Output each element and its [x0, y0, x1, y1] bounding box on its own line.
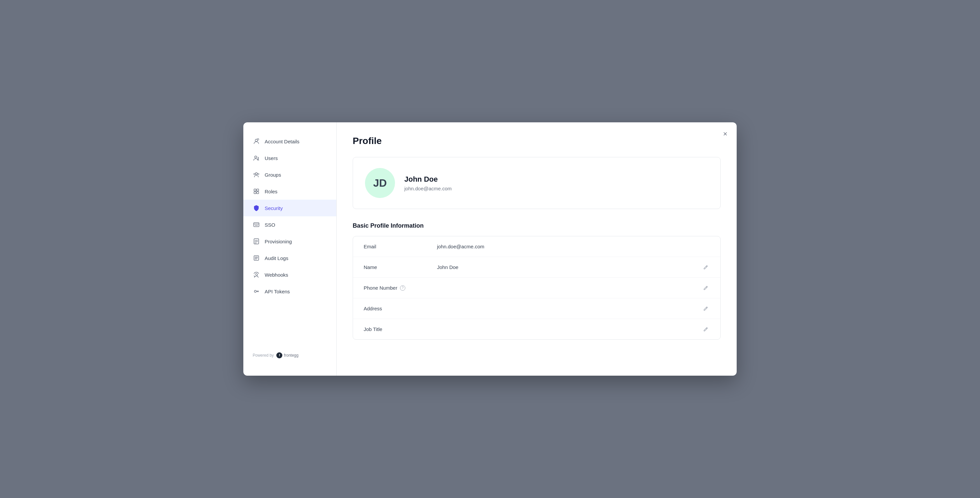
svg-point-4: [254, 173, 255, 175]
sidebar-item-security[interactable]: Security: [243, 200, 336, 216]
sidebar-item-api-tokens[interactable]: API Tokens: [243, 283, 336, 300]
frontegg-logo-icon: f: [276, 352, 282, 358]
sidebar-item-sso[interactable]: SSO: [243, 216, 336, 233]
table-row: Address: [353, 298, 720, 319]
account-details-icon: [253, 138, 260, 145]
profile-name: John Doe: [404, 175, 452, 184]
security-icon: [253, 204, 260, 212]
sidebar-item-account-details[interactable]: Account Details: [243, 133, 336, 150]
field-label-name: Name: [364, 264, 437, 270]
groups-icon: [253, 171, 260, 178]
main-content: Profile JD John Doe john.doe@acme.com Ba…: [337, 123, 737, 375]
edit-phone-button[interactable]: [702, 284, 710, 292]
avatar: JD: [365, 168, 395, 198]
sidebar-item-roles[interactable]: Roles: [243, 183, 336, 200]
table-row: Job Title: [353, 319, 720, 339]
roles-icon: [253, 188, 260, 195]
webhooks-icon: [253, 271, 260, 278]
svg-rect-9: [257, 192, 259, 194]
modal-overlay: × Account Details: [0, 0, 980, 498]
sidebar-item-account-details-label: Account Details: [265, 138, 299, 144]
sidebar-item-security-label: Security: [265, 205, 283, 211]
close-button[interactable]: ×: [720, 129, 730, 139]
phone-help-icon[interactable]: ?: [400, 285, 405, 291]
sidebar-item-sso-label: SSO: [265, 222, 275, 228]
svg-point-2: [255, 156, 257, 158]
svg-point-13: [255, 290, 256, 292]
audit-logs-icon: [253, 255, 260, 262]
modal: × Account Details: [243, 123, 737, 375]
svg-point-3: [255, 173, 257, 175]
edit-address-button[interactable]: [702, 305, 710, 313]
sidebar-item-api-tokens-label: API Tokens: [265, 289, 290, 294]
users-icon: [253, 154, 260, 162]
table-row: Phone Number ?: [353, 278, 720, 298]
profile-email: john.doe@acme.com: [404, 186, 452, 191]
svg-point-1: [257, 138, 259, 140]
sidebar-item-roles-label: Roles: [265, 189, 277, 194]
sidebar-item-users-label: Users: [265, 155, 278, 161]
svg-rect-8: [254, 192, 256, 194]
field-label-email: Email: [364, 243, 437, 249]
sidebar-item-audit-logs-label: Audit Logs: [265, 255, 288, 261]
sidebar-item-groups-label: Groups: [265, 172, 281, 178]
sidebar-item-webhooks[interactable]: Webhooks: [243, 266, 336, 283]
profile-info: John Doe john.doe@acme.com: [404, 175, 452, 191]
field-value-name: John Doe: [437, 264, 710, 270]
field-label-address: Address: [364, 305, 437, 311]
sidebar-item-provisioning[interactable]: Provisioning: [243, 233, 336, 250]
table-row: Email john.doe@acme.com: [353, 236, 720, 257]
table-row: Name John Doe: [353, 257, 720, 278]
powered-by-text: Powered by: [253, 353, 274, 358]
edit-job-title-button[interactable]: [702, 325, 710, 333]
edit-name-button[interactable]: [702, 263, 710, 271]
page-title: Profile: [353, 136, 721, 146]
sidebar-item-provisioning-label: Provisioning: [265, 239, 292, 244]
sidebar: Account Details Users: [243, 123, 337, 375]
svg-rect-6: [254, 189, 256, 191]
profile-card: JD John Doe john.doe@acme.com: [353, 157, 721, 209]
frontegg-brand-name: frontegg: [284, 353, 298, 358]
sidebar-item-webhooks-label: Webhooks: [265, 272, 288, 278]
svg-rect-10: [254, 223, 259, 227]
frontegg-logo: f frontegg: [276, 352, 298, 358]
section-title: Basic Profile Information: [353, 222, 721, 229]
sidebar-item-audit-logs[interactable]: Audit Logs: [243, 250, 336, 266]
sidebar-footer: Powered by f frontegg: [243, 346, 336, 365]
field-value-email: john.doe@acme.com: [437, 243, 710, 249]
field-label-job-title: Job Title: [364, 326, 437, 332]
provisioning-icon: [253, 238, 260, 245]
sidebar-item-users[interactable]: Users: [243, 150, 336, 166]
sidebar-item-groups[interactable]: Groups: [243, 166, 336, 183]
field-label-phone: Phone Number ?: [364, 285, 437, 291]
info-table: Email john.doe@acme.com Name John Doe: [353, 236, 721, 340]
svg-point-5: [258, 173, 259, 175]
sso-icon: [253, 221, 260, 228]
api-tokens-icon: [253, 288, 260, 295]
svg-rect-7: [257, 189, 259, 191]
